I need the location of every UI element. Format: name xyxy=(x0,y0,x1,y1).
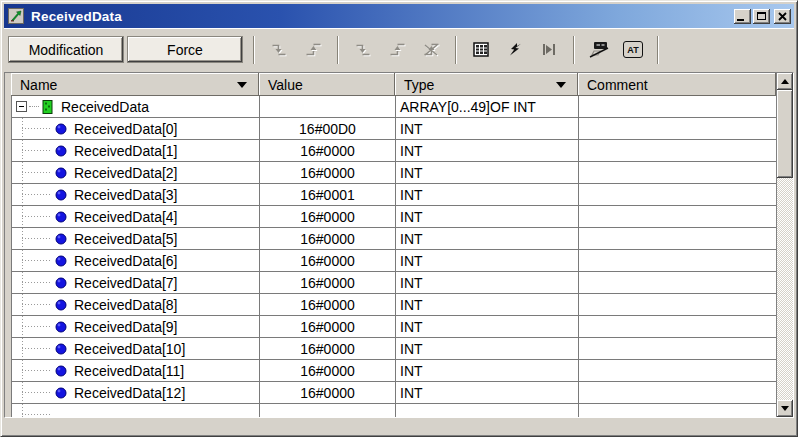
element-variable-icon xyxy=(54,188,67,202)
column-header-comment[interactable]: Comment xyxy=(578,73,776,96)
toolbar-separator xyxy=(337,36,339,64)
toolbar: Modification Force xyxy=(4,28,794,70)
type-cell: ARRAY[0...49]OF INT xyxy=(396,96,579,117)
value-cell[interactable]: 16#0000 xyxy=(260,338,396,359)
name-cell: ReceivedData[0] xyxy=(12,118,260,139)
table-row[interactable]: ReceivedData[2] 16#0000 INT xyxy=(11,162,776,184)
modification-button[interactable]: Modification xyxy=(8,36,124,63)
value-cell[interactable]: 16#0000 xyxy=(260,360,396,381)
comment-cell xyxy=(579,184,776,205)
collapse-toggle-icon[interactable] xyxy=(16,101,27,112)
type-cell: INT xyxy=(396,294,579,315)
value-cell[interactable]: 16#00D0 xyxy=(260,118,396,139)
type-cell: INT xyxy=(396,206,579,227)
window-title: ReceivedData xyxy=(31,9,732,24)
table-row[interactable]: ReceivedData[7] 16#0000 INT xyxy=(11,272,776,294)
value-cell[interactable]: 16#0000 xyxy=(260,228,396,249)
value-cell[interactable]: 16#0000 xyxy=(260,294,396,315)
name-cell: ReceivedData[6] xyxy=(12,250,260,271)
element-variable-icon xyxy=(54,210,67,224)
minimize-button[interactable] xyxy=(734,9,751,24)
element-variable-icon xyxy=(54,254,67,268)
force-to-1-icon[interactable] xyxy=(382,37,412,63)
column-dropdown-icon[interactable] xyxy=(237,82,247,88)
value-cell[interactable]: 16#0000 xyxy=(260,272,396,293)
table-row[interactable]: ReceivedData[5] 16#0000 INT xyxy=(11,228,776,250)
table-row xyxy=(11,404,776,417)
trigger-icon[interactable] xyxy=(534,37,564,63)
table-row[interactable]: ReceivedData[0] 16#00D0 INT xyxy=(11,118,776,140)
array-variable-icon xyxy=(41,100,54,114)
variable-name: ReceivedData[8] xyxy=(74,297,178,313)
value-cell[interactable]: 16#0000 xyxy=(260,316,396,337)
column-dropdown-icon[interactable] xyxy=(556,82,566,88)
column-header-type[interactable]: Type xyxy=(395,73,578,96)
window-bottom-frame xyxy=(4,418,794,433)
type-cell: INT xyxy=(396,272,579,293)
type-cell: INT xyxy=(396,316,579,337)
value-cell[interactable]: 16#0000 xyxy=(260,382,396,403)
element-variable-icon xyxy=(54,342,67,356)
close-icon xyxy=(778,12,787,21)
grid-icon[interactable] xyxy=(466,37,496,63)
table-row[interactable]: ReceivedData[6] 16#0000 INT xyxy=(11,250,776,272)
comment-cell xyxy=(579,206,776,227)
scroll-down-button[interactable] xyxy=(777,400,793,417)
force-button[interactable]: Force xyxy=(127,36,243,63)
table-row[interactable]: ReceivedData[10] 16#0000 INT xyxy=(11,338,776,360)
name-cell: ReceivedData[9] xyxy=(12,316,260,337)
variable-name: ReceivedData[0] xyxy=(74,121,178,137)
variable-name: ReceivedData[12] xyxy=(74,385,185,401)
table-row[interactable]: ReceivedData[12] 16#0000 INT xyxy=(11,382,776,404)
element-variable-icon xyxy=(54,364,67,378)
table-row[interactable]: ReceivedData[1] 16#0000 INT xyxy=(11,140,776,162)
titlebar[interactable]: ReceivedData xyxy=(4,4,794,28)
name-cell: ReceivedData[7] xyxy=(12,272,260,293)
table-row[interactable]: ReceivedData[4] 16#0000 INT xyxy=(11,206,776,228)
table-row[interactable]: ReceivedData[11] 16#0000 INT xyxy=(11,360,776,382)
column-header-label: Comment xyxy=(587,77,648,93)
comment-cell xyxy=(579,140,776,161)
table-row[interactable]: ReceivedData ARRAY[0...49]OF INT xyxy=(11,96,776,118)
variable-name: ReceivedData xyxy=(61,99,149,115)
comment-cell xyxy=(579,404,776,417)
variable-name: ReceivedData[4] xyxy=(74,209,178,225)
name-cell: ReceivedData[12] xyxy=(12,382,260,403)
value-cell[interactable]: 16#0000 xyxy=(260,140,396,161)
comment-cell xyxy=(579,162,776,183)
variable-name: ReceivedData[5] xyxy=(74,231,178,247)
type-cell: INT xyxy=(396,162,579,183)
name-cell: ReceivedData[10] xyxy=(12,338,260,359)
variable-name: ReceivedData[11] xyxy=(74,363,184,379)
close-button[interactable] xyxy=(774,9,791,24)
value-cell[interactable]: 16#0001 xyxy=(260,184,396,205)
type-cell: INT xyxy=(396,184,579,205)
display-mode-icon[interactable] xyxy=(584,37,614,63)
table-body: ReceivedData ARRAY[0...49]OF INT Receive… xyxy=(5,96,776,417)
set-to-1-icon[interactable] xyxy=(298,37,328,63)
maximize-button[interactable] xyxy=(753,9,770,24)
set-to-0-icon[interactable] xyxy=(264,37,294,63)
force-to-0-icon[interactable] xyxy=(348,37,378,63)
value-cell[interactable]: 16#0000 xyxy=(260,206,396,227)
comment-cell xyxy=(579,338,776,359)
table-header-row: Name Value Type Comment xyxy=(5,73,776,96)
at-icon[interactable]: AT xyxy=(618,37,648,63)
scroll-up-button[interactable] xyxy=(777,73,793,90)
value-cell[interactable]: 16#0000 xyxy=(260,250,396,271)
column-header-value[interactable]: Value xyxy=(259,73,395,96)
scrollbar-thumb[interactable] xyxy=(777,90,793,178)
value-cell[interactable]: 16#0000 xyxy=(260,162,396,183)
column-header-name[interactable]: Name xyxy=(11,73,259,96)
value-cell xyxy=(260,404,396,417)
unforce-icon[interactable] xyxy=(416,37,446,63)
minimize-icon xyxy=(737,19,744,21)
element-variable-icon xyxy=(54,232,67,246)
value-cell[interactable] xyxy=(260,96,396,117)
comment-cell xyxy=(579,250,776,271)
table-row[interactable]: ReceivedData[3] 16#0001 INT xyxy=(11,184,776,206)
table-row[interactable]: ReceivedData[8] 16#0000 INT xyxy=(11,294,776,316)
vertical-scrollbar[interactable] xyxy=(776,73,793,417)
table-row[interactable]: ReceivedData[9] 16#0000 INT xyxy=(11,316,776,338)
lightning-icon[interactable] xyxy=(500,37,530,63)
